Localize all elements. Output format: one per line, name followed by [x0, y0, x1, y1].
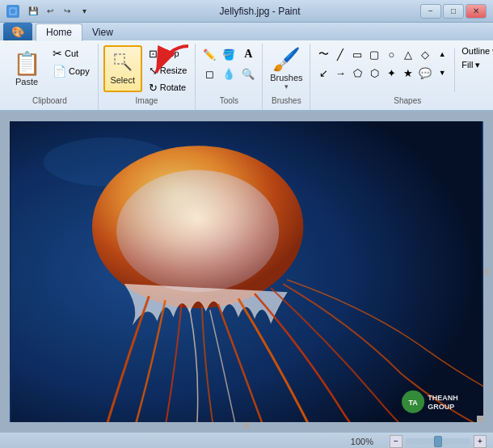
undo-quick-btn[interactable]: ↩ — [43, 4, 57, 19]
right-resize-handle[interactable] — [483, 268, 490, 275]
image-group-label: Image — [136, 96, 158, 105]
shape-line[interactable]: ╱ — [332, 45, 348, 63]
redo-quick-btn[interactable]: ↪ — [60, 4, 74, 19]
zoom-controls: − + — [390, 435, 487, 448]
paste-icon: 📋 — [13, 53, 41, 75]
image-small-buttons: ⊡ Crop ⤡ Resize ↻ Rotate — [145, 45, 191, 95]
text-tool[interactable]: A — [239, 45, 257, 63]
resize-label: Resize — [160, 66, 188, 75]
pencil-tool[interactable]: ✏️ — [200, 45, 218, 63]
app-icon — [6, 5, 19, 18]
status-bar: 100% − + — [0, 432, 493, 448]
shapes-scroll-up[interactable]: ▲ — [434, 45, 450, 63]
rotate-button[interactable]: ↻ Rotate — [145, 79, 191, 95]
ribbon-group-clipboard: 📋 Paste ✂ Cut 📄 Copy Clipboard — [2, 44, 99, 110]
shape-callout[interactable]: 💬 — [417, 64, 433, 82]
bottom-resize-handle[interactable] — [243, 422, 250, 429]
zoom-in-btn[interactable]: + — [474, 435, 487, 448]
copy-button[interactable]: 📄 Copy — [49, 63, 93, 79]
outline-button[interactable]: Outline ▾ — [459, 45, 493, 57]
shape-rect[interactable]: ▭ — [349, 45, 365, 63]
crop-label: Crop — [160, 49, 179, 58]
fill-label: Fill ▾ — [461, 60, 480, 70]
ribbon-tabs: 🎨 Home View — [0, 23, 493, 40]
zoom-thumb[interactable] — [434, 436, 442, 447]
shape-pentagon[interactable]: ⬠ — [349, 64, 365, 82]
shapes-grid: 〜 ╱ ▭ ▢ ○ △ ◇ ▲ ↙ → ⬠ ⬡ ✦ ★ 💬 ▼ — [315, 45, 450, 82]
maximize-button[interactable]: □ — [443, 4, 464, 19]
select-icon — [113, 53, 133, 74]
resize-button[interactable]: ⤡ Resize — [145, 62, 191, 78]
crop-button[interactable]: ⊡ Crop — [145, 45, 191, 61]
shape-roundrect[interactable]: ▢ — [366, 45, 382, 63]
brushes-group-label: Brushes — [272, 96, 301, 105]
shapes-scroll-down[interactable]: ▼ — [434, 64, 450, 82]
svg-text:THEANH: THEANH — [428, 394, 458, 402]
zoom-slider[interactable] — [406, 438, 470, 445]
shape-arrow-right[interactable]: → — [332, 64, 348, 82]
shape-star4[interactable]: ✦ — [383, 64, 399, 82]
quick-access-bar: 💾 ↩ ↪ ▾ — [26, 4, 91, 19]
svg-text:GROUP: GROUP — [428, 403, 454, 411]
zoom-out-btn[interactable]: − — [390, 435, 402, 448]
ribbon-group-tools: ✏️ 🪣 A ◻ 💧 🔍 Tools — [196, 44, 263, 110]
shape-ellipse[interactable]: ○ — [383, 45, 399, 63]
ribbon-group-image: Select ⊡ Crop ⤡ Resize ↻ Rotate Image — [99, 44, 196, 110]
svg-rect-3 — [115, 54, 124, 64]
brushes-label: Brushes — [270, 73, 302, 82]
paint-menu-btn[interactable]: 🎨 — [3, 23, 32, 40]
zoom-level: 100% — [351, 437, 373, 446]
close-button[interactable]: ✕ — [466, 4, 487, 19]
cut-icon: ✂ — [53, 47, 62, 60]
resize-icon: ⤡ — [149, 65, 158, 77]
svg-point-2 — [11, 9, 15, 14]
shape-arrow-down-left[interactable]: ↙ — [315, 64, 331, 82]
select-button[interactable]: Select — [103, 45, 142, 92]
shape-curve[interactable]: 〜 — [315, 45, 331, 63]
dropdown-quick-btn[interactable]: ▾ — [77, 4, 91, 19]
ribbon: 📋 Paste ✂ Cut 📄 Copy Clipboard — [0, 40, 493, 112]
title-bar: 💾 ↩ ↪ ▾ Jellyfish.jpg - Paint − □ ✕ — [0, 0, 493, 23]
shapes-group-label: Shapes — [394, 96, 421, 105]
outline-label: Outline ▾ — [461, 46, 493, 57]
select-label: Select — [110, 75, 135, 85]
svg-text:TA: TA — [408, 399, 418, 407]
fill-button[interactable]: Fill ▾ — [459, 59, 493, 71]
paste-label: Paste — [15, 77, 38, 87]
clipboard-group-label: Clipboard — [32, 96, 67, 105]
shape-star5[interactable]: ★ — [400, 64, 416, 82]
jellyfish-image: TA THEANH GROUP — [10, 121, 483, 422]
paste-button[interactable]: 📋 Paste — [6, 45, 47, 94]
fill-tool[interactable]: 🪣 — [220, 45, 238, 63]
jellyfish-svg: TA THEANH GROUP — [10, 121, 483, 422]
eraser-tool[interactable]: ◻ — [200, 65, 218, 82]
shape-diamond[interactable]: ◇ — [417, 45, 433, 63]
magnify-tool[interactable]: 🔍 — [239, 65, 257, 82]
svg-point-9 — [116, 170, 279, 292]
minimize-button[interactable]: − — [420, 4, 441, 19]
canvas-inner[interactable]: TA THEANH GROUP — [10, 121, 483, 422]
tools-grid: ✏️ 🪣 A ◻ 💧 🔍 — [200, 45, 257, 82]
tools-group-label: Tools — [220, 96, 238, 105]
clipboard-small-buttons: ✂ Cut 📄 Copy — [49, 45, 93, 94]
save-quick-btn[interactable]: 💾 — [26, 4, 40, 19]
cut-button[interactable]: ✂ Cut — [49, 45, 93, 61]
window-title: Jellyfish.jpg - Paint — [99, 6, 420, 17]
shapes-divider — [454, 49, 455, 92]
brushes-dropdown-icon: ▾ — [284, 82, 289, 91]
tab-home[interactable]: Home — [36, 23, 82, 41]
tab-view[interactable]: View — [82, 24, 123, 40]
cut-label: Cut — [65, 49, 78, 58]
brushes-button[interactable]: 🖌️ Brushes ▾ — [268, 45, 305, 92]
shape-hexagon[interactable]: ⬡ — [366, 64, 382, 82]
resize-handle[interactable] — [477, 416, 483, 422]
canvas-container: TA THEANH GROUP — [0, 112, 493, 432]
shapes-buttons-col: 〜 ╱ ▭ ▢ ○ △ ◇ ▲ ↙ → ⬠ ⬡ ✦ ★ 💬 ▼ — [315, 45, 450, 82]
ribbon-group-brushes: 🖌️ Brushes ▾ Brushes — [263, 44, 310, 110]
shape-triangle[interactable]: △ — [400, 45, 416, 63]
copy-label: Copy — [69, 66, 90, 76]
outline-fill-buttons: Outline ▾ Fill ▾ — [459, 45, 493, 71]
color-picker-tool[interactable]: 💧 — [220, 65, 238, 82]
rotate-label: Rotate — [160, 82, 186, 92]
title-icons — [6, 5, 19, 18]
